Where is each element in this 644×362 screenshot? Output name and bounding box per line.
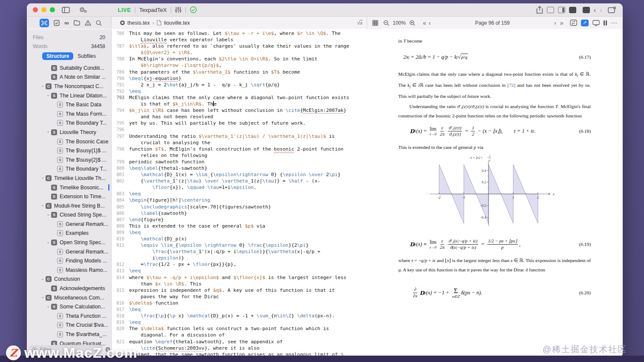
tree-item[interactable]: STimelike Bosonic... [27, 183, 111, 192]
editor-line[interactable]: 810 \mathcal{D}_p(x) [112, 236, 367, 242]
editor-line[interactable]: 799periodic sawtooth function [112, 159, 367, 165]
editor-line[interactable]: 804\begin{figure}[h!]\centering [112, 197, 367, 203]
editor-line[interactable]: ${Q\over2} + i\R$. [112, 49, 367, 56]
infinity-icon[interactable]: ∞ [64, 19, 69, 26]
next-page-icon[interactable]: › [554, 20, 556, 26]
math-symbols-button[interactable]: √x [357, 20, 362, 26]
page-thumbnails-icon[interactable] [372, 20, 378, 26]
editor-line[interactable]: diagonal. For a discussion of [112, 332, 367, 338]
breadcrumb-file[interactable]: liouville.tex [164, 20, 190, 26]
warnings-icon[interactable] [85, 20, 91, 26]
editor-line[interactable]: $b\rightarrow -i\sqrt{p/q}$, [112, 62, 367, 68]
tree-item[interactable]: SFinding Models ... [27, 256, 111, 265]
share-icon[interactable] [536, 6, 543, 14]
tree-item[interactable]: SA Note on Similar ... [27, 73, 111, 82]
editor-line[interactable]: crucial to analysing the [112, 140, 367, 146]
chevron-down-icon[interactable] [46, 213, 51, 217]
editor-line[interactable]: than $x \in \R$. This [112, 281, 367, 287]
editor-line[interactable]: \cite{Schomerus:2003vv}, where it is als… [112, 345, 367, 351]
editor-line[interactable]: 809\beq [112, 229, 367, 236]
tree-item[interactable]: SThe Bosonic Case [27, 137, 111, 146]
layout-editor-only-button[interactable] [547, 7, 554, 13]
editor-line[interactable]: Liouville vertex operator labels [112, 37, 367, 43]
breadcrumb-root[interactable]: thesis.tex [127, 20, 150, 26]
editor-line[interactable]: 791 2 x_j = 2\hat{a}_j/b = 1 - q/p - k_j… [112, 82, 367, 88]
zoom-level-label[interactable]: 100% [393, 20, 406, 26]
editor-line[interactable]: 792\eeq [112, 88, 367, 94]
editor-line[interactable]: 820The $\delta$ function lets us constru… [112, 325, 367, 332]
tree-item[interactable]: CThe Noncompact C... [27, 82, 111, 91]
editor-line[interactable]: 795yet by us. This will partially be the… [112, 120, 367, 126]
tree-item[interactable]: SAcknowledgements [27, 284, 111, 293]
tree-item[interactable]: SThe Crucial $\va... [27, 321, 111, 330]
tree-item[interactable]: SExamples [27, 229, 111, 238]
tree-item[interactable]: CMiscellaneous Com... [27, 293, 111, 302]
pdf-preview-pane[interactable]: in T become2xj = 2âj/b = 1 − q/p − kj√p/… [367, 29, 623, 357]
history-forward-icon[interactable]: › [600, 6, 602, 14]
typeset-engine-label[interactable]: TexpadTeX [139, 7, 167, 13]
sidebar-toggle-icon[interactable] [62, 6, 70, 14]
close-window-button[interactable] [33, 7, 38, 12]
tree-item[interactable]: SLiouville Theory [27, 128, 111, 137]
folder-icon[interactable] [74, 20, 80, 26]
tree-item[interactable]: SExtension to Time... [27, 192, 111, 201]
tree-item[interactable]: SThe Mass Form... [27, 109, 111, 119]
tree-item[interactable]: SThe Basic Data [27, 100, 111, 109]
minimize-window-button[interactable] [41, 7, 46, 12]
tree-item[interactable]: SThe $\vartheta_... [27, 330, 111, 339]
chevron-down-icon[interactable] [46, 93, 51, 98]
tree-item[interactable]: SOpen String Spec... [27, 238, 111, 247]
editor-line[interactable]: i\epsilon)} [112, 255, 367, 261]
tree-item[interactable]: CConclusion [27, 275, 111, 284]
editor-line[interactable]: is that of $k_j\in\R$. The [112, 101, 367, 107]
chevron-down-icon[interactable] [40, 176, 46, 180]
tree-item[interactable]: SMassless Ramo... [27, 265, 111, 275]
live-typeset-label[interactable]: LIVE [118, 7, 131, 13]
chevron-down-icon[interactable] [46, 240, 51, 245]
editor-line[interactable]: 800\beq\label{theta1-sawtooth} [112, 165, 367, 171]
tree-item[interactable]: SThe $\susy{1}$ ... [27, 146, 111, 155]
editor-line[interactable]: 801 \mathcal{D}_1(x) = \lim_{\epsilon\ri… [112, 171, 367, 178]
editor-line[interactable]: relies on the following [112, 152, 367, 159]
editor-line[interactable]: 812 =\frac{1/2 - px + \floor{px}}{p}, [112, 261, 367, 268]
zoom-out-icon[interactable] [383, 20, 389, 26]
editor-line[interactable]: 807\end{figure} [112, 217, 367, 223]
editor-line[interactable]: 819\eeq [112, 319, 367, 325]
editor-line[interactable]: 815expression is independent of $q$. A k… [112, 287, 367, 294]
editor-line[interactable]: 803\eeq [112, 191, 367, 197]
editor-line[interactable]: 787$\tla$, also referred to as `charges'… [112, 43, 367, 49]
tree-item[interactable]: CModuli-free String B... [27, 201, 111, 211]
tree-item[interactable]: STheta Function ... [27, 311, 111, 321]
editor-line[interactable]: 798function $T$. McElgin's final constru… [112, 146, 367, 152]
tree-item[interactable]: SThe Boundary T... [27, 165, 111, 174]
zoom-in-icon[interactable] [409, 20, 415, 26]
tree-item[interactable]: SClosed String Spe... [27, 211, 111, 220]
editor-line[interactable]: 817\beq [112, 306, 367, 313]
tree-item[interactable]: SThe Boundary T... [27, 119, 111, 128]
chevron-down-icon[interactable] [40, 84, 46, 88]
new-window-icon[interactable] [608, 6, 616, 14]
editor-line[interactable]: 811 \equiv \lim_{\epsilon \rightarrow 0}… [112, 242, 367, 248]
editor-line[interactable]: 816$\delta$ function [112, 300, 367, 306]
editor-line[interactable]: \floor{x}), \qquad \tau=1+i\epsilon. [112, 184, 367, 191]
presentation-display-icon[interactable] [592, 20, 600, 26]
pause-typeset-icon[interactable] [604, 20, 607, 26]
editor-line[interactable]: 802 {\vartheta_1'(z|\tau) \over \varthet… [112, 178, 367, 184]
editor-line[interactable]: 818 \frac{\p}{\p x} \mathcal{D}_p(x) = -… [112, 313, 367, 319]
editor-line[interactable]: 788In McElgin's conventions, each $2\tla… [112, 56, 367, 62]
editor-line[interactable]: 793McElgin claims that the only case whe… [112, 94, 367, 101]
last-page-icon[interactable]: » [560, 20, 563, 26]
source-editor[interactable]: 786This may be seen as follows. Let $\ta… [112, 29, 367, 357]
typeset-options-sliders-icon[interactable] [175, 6, 181, 14]
editor-line[interactable]: 789the parameters of the $\vartheta_1$ f… [112, 69, 367, 75]
tree-item[interactable]: SThe $\susy{2}$ ... [27, 155, 111, 165]
editor-line[interactable]: 806 \label{sawtooth} [112, 210, 367, 217]
editor-line[interactable]: \frac{\vartheta_1'(x|-q/p + i\epsilon)}{… [112, 248, 367, 255]
zoom-window-button[interactable] [50, 7, 55, 12]
tree-item[interactable]: SThe Linear Dilaton... [27, 91, 111, 100]
history-back-icon[interactable]: ‹ [594, 6, 596, 14]
editor-line[interactable]: 808This is extended to the case of gener… [112, 223, 367, 229]
layout-split-view-button[interactable] [558, 7, 565, 13]
chevron-down-icon[interactable] [40, 203, 46, 208]
editor-line[interactable]: 786This may be seen as follows. Let $\ta… [112, 30, 367, 37]
